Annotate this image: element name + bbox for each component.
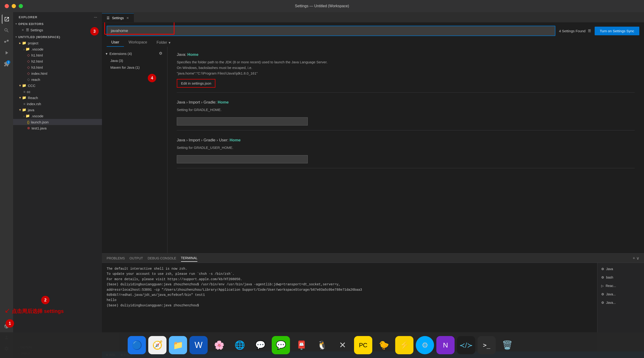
terminal-java3-item[interactable]: ⚙ Java...: [598, 299, 644, 306]
dock-messages[interactable]: 💬: [251, 336, 270, 354]
scope-tab-folder[interactable]: Folder ▾: [152, 38, 175, 47]
minimize-button[interactable]: [12, 4, 16, 8]
dock-photos[interactable]: 🌸: [210, 336, 228, 354]
annotation-1: 1: [6, 319, 14, 328]
main-layout: 1 EXPLORER ··· ▾ OPEN EDITORS: [0, 12, 644, 358]
open-editors-section[interactable]: ▾ OPEN EDITORS: [13, 21, 102, 27]
dock-trash[interactable]: 🗑️: [498, 336, 516, 354]
gradle-user-home-input[interactable]: [177, 155, 308, 163]
folder-chevron-icon: ▾: [168, 40, 170, 45]
terminal-gear3-icon: ⚙: [601, 301, 604, 305]
extensions-badge: 1: [6, 60, 10, 64]
terminal-add-button[interactable]: + ∨: [632, 256, 639, 261]
dock-app4[interactable]: 🐤: [374, 336, 393, 354]
titlebar: Settings — Untitled (Workspace): [0, 0, 644, 12]
tree-test1java[interactable]: ⊗ test1.java: [13, 125, 102, 131]
sidebar-content: ▾ OPEN EDITORS ✕ ☰ Settings ▾ UNTITLED (…: [13, 21, 102, 342]
tree-launchjson[interactable]: {} launch.json: [13, 119, 102, 125]
activity-extensions[interactable]: 1: [2, 59, 11, 69]
setting-gradle-home-title: Java › Import › Gradle: Home: [177, 100, 635, 105]
tree-java-vscode[interactable]: › 📁 .vscode: [13, 113, 102, 119]
tree-h1html[interactable]: ◇ h1.html: [13, 52, 102, 58]
scope-tab-workspace[interactable]: Workspace: [124, 38, 152, 47]
tree-ccc-folder[interactable]: ▾ 📁 CCC: [13, 82, 102, 89]
settings-tab[interactable]: ☰ Settings ✕: [102, 13, 134, 22]
activity-run[interactable]: [2, 48, 11, 57]
nav-java[interactable]: Java (3): [102, 57, 167, 64]
dock: 🔵 🧭 📁 W 🌸 🌐 💬 💬 📮 🐧 ✕ PC 🐤 ⚡ ⚙ N ≺/≻ >_ …: [0, 332, 644, 358]
tab-output[interactable]: OUTPUT: [130, 255, 143, 262]
terminal-line: 6d94b7/redhat.java/jdt_ws/java_ecfe9cef/…: [107, 292, 592, 298]
terminal-line: The default interactive shell is now zsh…: [107, 266, 592, 271]
explorer-menu[interactable]: ···: [94, 15, 97, 19]
setting-java-home-title: Java: Home: [177, 52, 635, 57]
dock-app2[interactable]: 🐧: [313, 336, 331, 354]
tree-reach[interactable]: ◇ reach: [13, 76, 102, 82]
workspace-section[interactable]: ▾ UNTITLED (WORKSPACE): [13, 34, 102, 40]
dock-chrome[interactable]: 🌐: [230, 336, 249, 354]
settings-content: Java: Home Specifies the folder path to …: [168, 47, 644, 253]
nav-gear-icon[interactable]: [159, 51, 162, 56]
tab-close-button[interactable]: ✕: [126, 16, 129, 20]
tree-project-folder[interactable]: ▸ 📁 project: [13, 40, 102, 46]
settings-search-area: 4 Settings Found ☰ Turn on Settings Sync: [102, 22, 644, 36]
tree-h3html[interactable]: ◇ h3.html: [13, 64, 102, 70]
explorer-header: EXPLORER ···: [13, 12, 102, 21]
tree-java-folder[interactable]: ▾ 📁 java: [13, 107, 102, 113]
gradle-home-input[interactable]: [177, 117, 308, 125]
tree-reach-folder[interactable]: ▾ 📁 Reach: [13, 95, 102, 101]
dock-safari[interactable]: 🧭: [148, 336, 166, 354]
tree-indexhtml[interactable]: ◇ index.html: [13, 70, 102, 76]
scope-tab-user[interactable]: User: [107, 38, 124, 47]
edit-in-settings-button[interactable]: Edit in settings.json: [177, 79, 215, 88]
dock-finder2[interactable]: 📁: [169, 336, 187, 354]
dock-app1[interactable]: 📮: [292, 336, 310, 354]
tab-debug-console[interactable]: DEBUG CONSOLE: [148, 255, 176, 262]
annotation-4: 4: [148, 74, 156, 82]
sync-settings-button[interactable]: Turn on Settings Sync: [595, 27, 639, 35]
terminal-java-item[interactable]: ⚙ Java: [598, 265, 644, 273]
terminal-reach-item[interactable]: ▷ Reac...: [598, 282, 644, 290]
dock-pycharm[interactable]: PC: [354, 336, 372, 354]
settings-nav: ▾ Extensions (4) Java (3) Maven for Java…: [102, 47, 168, 253]
tree-h2html[interactable]: ◇ h2.html: [13, 58, 102, 64]
dock-wechat[interactable]: 💬: [272, 336, 290, 354]
dock-terminal[interactable]: >_: [478, 336, 496, 354]
dock-thunderbolt[interactable]: ⚡: [395, 336, 414, 354]
close-button[interactable]: [5, 4, 9, 8]
open-editor-settings[interactable]: ✕ ☰ Settings: [13, 27, 102, 33]
dock-vscode[interactable]: ≺/≻: [457, 336, 475, 354]
terminal-prompt-icon: ▷: [601, 284, 604, 288]
activity-search[interactable]: [2, 26, 11, 35]
filter-icon[interactable]: ☰: [588, 29, 591, 33]
terminal-gear2-icon: ⚙: [601, 292, 604, 296]
tree-vscode-folder[interactable]: › 📁 .vscode: [13, 46, 102, 52]
tree-indexrsh[interactable]: ≡ index.rsh: [13, 101, 102, 107]
annotation-arrow: ↙: [5, 307, 10, 314]
nav-maven[interactable]: Maven for Java (1): [102, 64, 167, 71]
window-title: Settings — Untitled (Workspace): [295, 4, 349, 8]
sidebar: EXPLORER ··· ▾ OPEN EDITORS ✕ ☰ Settings…: [13, 12, 102, 358]
settings-icon-small: ☰: [107, 16, 110, 20]
terminal-bash-item[interactable]: ⚙ bash: [598, 274, 644, 281]
settings-container: 4 Settings Found ☰ Turn on Settings Sync…: [102, 22, 644, 253]
settings-body: ▾ Extensions (4) Java (3) Maven for Java…: [102, 47, 644, 253]
tab-problems[interactable]: PROBLEMS: [107, 255, 125, 262]
activity-source-control[interactable]: [2, 37, 11, 46]
tree-cc[interactable]: ≡ cc: [13, 89, 102, 95]
activity-explorer[interactable]: [2, 14, 11, 24]
settings-found-count: 4 Settings Found ☰: [559, 29, 591, 33]
nav-extensions[interactable]: ▾ Extensions (4): [102, 50, 167, 57]
tab-terminal[interactable]: TERMINAL: [181, 255, 198, 262]
dock-onenote[interactable]: N: [436, 336, 454, 354]
terminal-java2-item[interactable]: ⚙ Java...: [598, 291, 644, 298]
setting-gradle-user-home-desc: Setting for GRADLE_USER_HOME.: [177, 145, 635, 150]
dock-app5[interactable]: ⚙: [416, 336, 434, 354]
dock-word[interactable]: W: [190, 336, 208, 354]
activity-bar: 1: [0, 12, 13, 358]
annotation-2: 2: [41, 296, 50, 304]
maximize-button[interactable]: [19, 4, 23, 8]
dock-app3[interactable]: ✕: [334, 336, 352, 354]
settings-search-input[interactable]: [107, 26, 555, 36]
dock-finder[interactable]: 🔵: [128, 336, 146, 354]
